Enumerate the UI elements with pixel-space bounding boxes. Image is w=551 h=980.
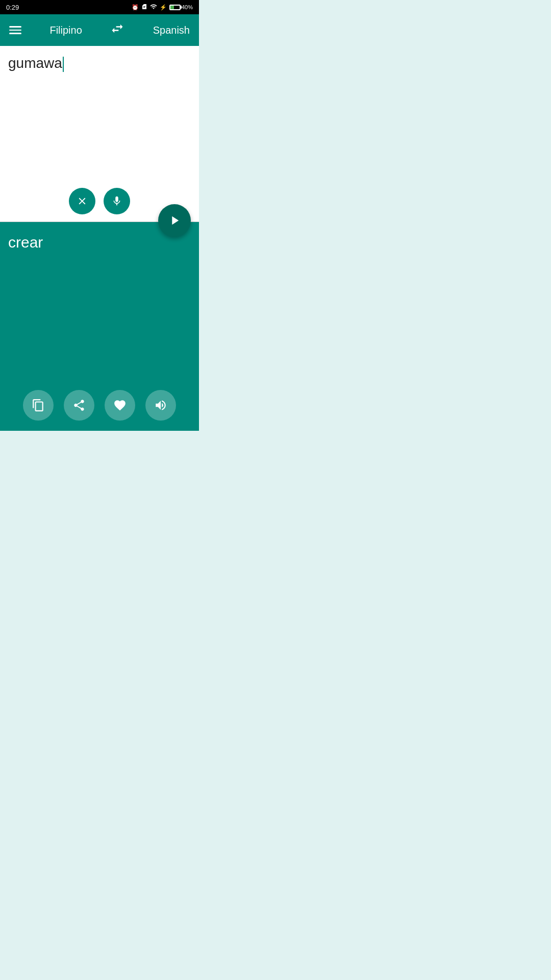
input-section: gumawa bbox=[0, 46, 199, 222]
toolbar: Filipino Spanish bbox=[0, 14, 199, 46]
battery-icon: 40% bbox=[169, 4, 193, 10]
source-language-selector[interactable]: Filipino bbox=[49, 24, 82, 36]
target-language-selector[interactable]: Spanish bbox=[153, 24, 190, 36]
status-bar: 0:29 ⏰ ⚡ 40% bbox=[0, 0, 199, 14]
main-content: gumawa crear bbox=[0, 46, 199, 431]
sim-icon bbox=[141, 4, 147, 11]
clear-button[interactable] bbox=[69, 188, 95, 214]
charging-icon: ⚡ bbox=[160, 4, 167, 11]
status-time: 0:29 bbox=[6, 4, 19, 11]
status-icons: ⏰ ⚡ 40% bbox=[132, 3, 193, 11]
swap-languages-button[interactable] bbox=[110, 21, 124, 39]
output-section: crear bbox=[0, 222, 199, 431]
speak-button[interactable] bbox=[145, 390, 176, 421]
voice-input-button[interactable] bbox=[104, 188, 130, 214]
output-text-display: crear bbox=[8, 232, 191, 252]
output-actions bbox=[0, 390, 199, 421]
menu-button[interactable] bbox=[9, 26, 21, 34]
alarm-icon: ⏰ bbox=[132, 4, 139, 11]
translate-button[interactable] bbox=[158, 204, 191, 237]
favorite-button[interactable] bbox=[105, 390, 135, 421]
battery-percent: 40% bbox=[182, 4, 193, 10]
copy-button[interactable] bbox=[23, 390, 54, 421]
signal-icon bbox=[150, 3, 157, 11]
share-button[interactable] bbox=[64, 390, 94, 421]
text-cursor bbox=[63, 57, 64, 72]
input-text-value: gumawa bbox=[8, 55, 62, 71]
input-text-display[interactable]: gumawa bbox=[8, 54, 191, 72]
